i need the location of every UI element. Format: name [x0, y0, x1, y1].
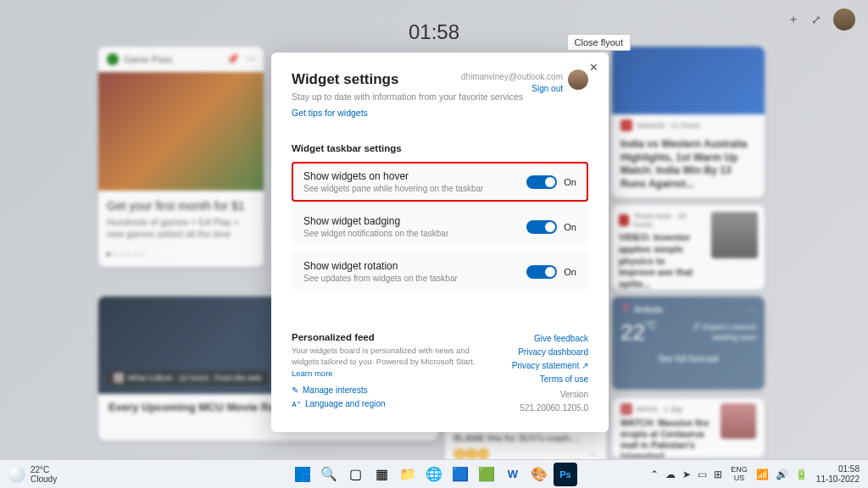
location-icon[interactable]: ➤ [682, 469, 691, 480]
taskbar-settings-label: Widget taskbar settings [292, 143, 588, 153]
user-avatar[interactable] [833, 8, 855, 30]
more-icon[interactable]: ⋯ [748, 305, 756, 314]
setting-desc: See updates from widgets on the taskbar [303, 274, 526, 283]
add-widget-icon[interactable]: ＋ [787, 12, 799, 27]
widgets-top-controls: ＋ ⤢ [787, 8, 855, 30]
reaction-icon[interactable] [465, 448, 477, 460]
language-indicator[interactable]: ENGUS [731, 466, 748, 483]
chevron-up-icon[interactable]: ⌃ [650, 469, 659, 480]
taskbar-clock[interactable]: 01:5811-10-2022 [816, 464, 860, 485]
setting-desc: See widgets pane while hovering on the t… [303, 184, 526, 193]
xbox-icon [107, 53, 119, 65]
news1-header: News18 · 11 hours [612, 114, 765, 136]
badging-toggle[interactable] [526, 220, 557, 234]
mcu-source-badge: What Culture · 12 hours · From the web [107, 370, 269, 385]
paint-icon[interactable]: 🎨 [527, 463, 551, 486]
learn-more-link[interactable]: Learn more [292, 369, 333, 378]
app-icon[interactable]: 🟦 [448, 463, 472, 486]
toggle-state: On [564, 177, 576, 187]
camtasia-icon[interactable]: 🟩 [475, 463, 498, 486]
meet-now-icon[interactable]: ▭ [698, 469, 707, 480]
gamepass-pager[interactable] [98, 249, 264, 263]
pin-icon[interactable]: 📌 [226, 53, 239, 65]
toggle-state: On [564, 267, 576, 277]
gamepass-image [98, 72, 264, 191]
version-label: Version [512, 388, 588, 402]
news1-thumbnail [612, 47, 765, 114]
setting-badging: Show widget badging See widget notificat… [292, 207, 588, 247]
news4-title: WATCH: Massive fire erupts at Centaurus … [620, 418, 715, 458]
setting-title: Show widget badging [303, 215, 526, 227]
whatculture-icon [114, 373, 124, 383]
weather-forecast-link[interactable]: See full forecast [620, 354, 756, 363]
pencil-icon: ✎ [292, 384, 298, 397]
tips-link[interactable]: Get tips for widgets [292, 108, 368, 118]
edge-icon[interactable]: 🌐 [422, 463, 446, 486]
word-icon[interactable]: W [501, 463, 525, 486]
rotation-toggle[interactable] [526, 265, 557, 279]
gamepass-title: Get your first month for $1 [107, 199, 255, 213]
feed-desc: Your widgets board is personalized with … [292, 345, 478, 379]
timesnow-icon [619, 214, 629, 226]
weather-icon [8, 466, 25, 483]
close-flyout-tooltip: Close flyout [567, 34, 631, 51]
onedrive-icon[interactable]: ☁ [665, 469, 676, 480]
weather-condition: ⛈ Expect t-stormsstarting soon [693, 323, 756, 342]
reaction-icon[interactable] [477, 448, 489, 460]
user-email: dhimanviney@outlook.com [461, 71, 563, 83]
dialog-user-avatar[interactable] [568, 69, 588, 90]
taskbar: 22°CCloudy 🔍 ▢ ▦ 📁 🌐 🟦 🟩 W 🎨 Ps ⌃ ☁ ➤ ▭ … [0, 459, 868, 488]
setting-show-on-hover: Show widgets on hover See widgets pane w… [292, 162, 588, 202]
news-card-1[interactable]: News18 · 11 hours India vs Western Austr… [612, 47, 765, 197]
wion-icon [620, 403, 632, 415]
expand-icon[interactable]: ⤢ [811, 13, 821, 26]
start-button[interactable] [291, 463, 314, 486]
language-region-link[interactable]: ᴀ⁺Language and region [292, 397, 478, 411]
news2-title: VIDEO: Inventor applies simple physics t… [619, 232, 698, 290]
setting-title: Show widgets on hover [303, 170, 526, 182]
setting-rotation: Show widget rotation See updates from wi… [292, 252, 588, 291]
photoshop-icon[interactable]: Ps [554, 463, 577, 486]
gamepass-source: Game Pass [124, 54, 172, 64]
volume-icon[interactable]: 🔊 [776, 469, 788, 480]
battery-icon[interactable]: 🔋 [795, 469, 808, 480]
close-icon[interactable]: ✕ [589, 61, 598, 74]
privacy-dashboard-link[interactable]: Privacy dashboard [512, 346, 588, 359]
task-view-icon[interactable]: ▢ [343, 463, 367, 486]
toggle-state: On [564, 222, 576, 232]
terms-link[interactable]: Terms of use [512, 373, 588, 386]
news4-thumbnail [721, 403, 756, 439]
globe-icon: ᴀ⁺ [292, 397, 301, 411]
reaction-icon[interactable] [453, 448, 465, 460]
search-icon[interactable]: 🔍 [317, 463, 341, 486]
news1-title: India vs Western Australia Highlights, 1… [612, 136, 765, 196]
weather-card[interactable]: 📍Ambala⋯ 22°C ⛈ Expect t-stormsstarting … [612, 297, 765, 390]
explorer-icon[interactable]: 📁 [396, 463, 420, 486]
news18-icon [620, 119, 632, 131]
more-icon[interactable]: ⋯ [589, 449, 598, 458]
taskbar-weather[interactable]: 22°CCloudy [0, 465, 65, 484]
gamepass-desc: Hundreds of games + EA Play + new games … [107, 216, 255, 241]
feed-title: Personalized feed [292, 332, 478, 342]
news-card-2[interactable]: Times Now · 10 hours VIDEO: Inventor app… [612, 205, 765, 290]
security-icon[interactable]: ⊞ [714, 469, 722, 480]
gamepass-card[interactable]: Game Pass 📌 ⋯ Get your first month for $… [98, 47, 264, 267]
widgets-icon[interactable]: ▦ [370, 463, 393, 486]
privacy-statement-link[interactable]: Privacy statement ↗ [512, 359, 588, 373]
wifi-icon[interactable]: 📶 [756, 469, 769, 480]
widget-settings-dialog: ✕ dhimanviney@outlook.com Sign out Widge… [271, 53, 609, 432]
gamepass-header: Game Pass 📌 ⋯ [98, 47, 264, 72]
manage-interests-link[interactable]: ✎Manage interests [292, 384, 478, 397]
setting-title: Show widget rotation [303, 260, 526, 272]
version-number: 521.20060.1205.0 [512, 402, 588, 415]
taskbar-center: 🔍 ▢ ▦ 📁 🌐 🟦 🟩 W 🎨 Ps [291, 463, 577, 486]
more-icon[interactable]: ⋯ [246, 54, 255, 65]
weather-temp: 22°C [620, 319, 656, 346]
system-tray: ⌃ ☁ ➤ ▭ ⊞ [650, 469, 722, 480]
give-feedback-link[interactable]: Give feedback [512, 332, 588, 346]
news-card-4[interactable]: WION · 1 day WATCH: Massive fire erupts … [612, 398, 765, 458]
news2-thumbnail [711, 212, 758, 258]
sign-out-link[interactable]: Sign out [461, 83, 563, 95]
widgets-clock: 01:58 [409, 20, 459, 44]
hover-toggle[interactable] [526, 175, 557, 189]
